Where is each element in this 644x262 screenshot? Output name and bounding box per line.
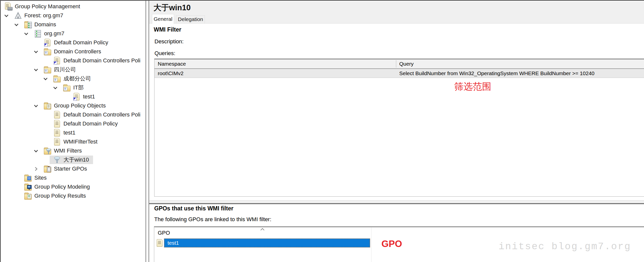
tree-item-label: Group Policy Results bbox=[34, 191, 86, 200]
annotation-gpo: GPO bbox=[381, 239, 402, 249]
results-folder-icon bbox=[24, 192, 32, 200]
tree-item-label: Group Policy Objects bbox=[54, 101, 106, 110]
gpo-link-icon bbox=[43, 38, 52, 47]
chevron-down-icon[interactable] bbox=[34, 68, 38, 71]
tree-item-sites[interactable]: Sites bbox=[1, 173, 145, 182]
tree-item-default-domain-policy[interactable]: Default Domain Policy bbox=[1, 38, 145, 47]
tree-item-label: Starter GPOs bbox=[54, 164, 87, 173]
tree-item-domain-controllers[interactable]: Domain Controllers bbox=[1, 47, 145, 56]
tree-item-label: WMI Filters bbox=[54, 146, 82, 155]
tree-item-label: Default Domain Controllers Poli bbox=[63, 56, 140, 65]
tree-item-group-policy-objects[interactable]: Group Policy Objects bbox=[1, 101, 145, 110]
queries-column-header-query[interactable]: Query bbox=[396, 59, 414, 68]
modeling-icon bbox=[24, 183, 32, 191]
tree-item-label: 大于win10 bbox=[63, 155, 89, 164]
watermark: initsec blog.gm7.org bbox=[499, 241, 631, 252]
gpo-link-icon bbox=[53, 56, 61, 65]
tree-item-label: org.gm7 bbox=[44, 29, 64, 38]
tree-item-item[interactable]: 四川公司 bbox=[1, 65, 145, 74]
tree-item-group-policy-modeling[interactable]: Group Policy Modeling bbox=[1, 182, 145, 191]
tree-item-default-domain-controllers-poli[interactable]: Default Domain Controllers Poli bbox=[1, 56, 145, 65]
tree-item-item[interactable]: 成都分公司 bbox=[1, 74, 145, 83]
tree-item-test1[interactable]: test1 bbox=[1, 92, 145, 101]
gpo-icon bbox=[155, 239, 164, 247]
tree-item-label: test1 bbox=[63, 128, 75, 137]
domain-icon bbox=[34, 29, 42, 38]
chevron-down-icon[interactable] bbox=[53, 86, 57, 89]
tree-item-wmi-filters[interactable]: WMI Filters bbox=[1, 146, 145, 155]
tree-item-label: Domains bbox=[34, 20, 56, 29]
ou-folder-icon bbox=[43, 65, 52, 74]
queries-label: Queries: bbox=[154, 50, 175, 57]
tab-delegation[interactable]: Delegation bbox=[176, 15, 205, 23]
gpo-icon bbox=[53, 119, 61, 128]
tab-general[interactable]: General bbox=[152, 14, 174, 24]
queries-column-divider[interactable] bbox=[396, 60, 396, 68]
tab-strip-underline bbox=[149, 23, 644, 24]
console-tree-pane: Group Policy ManagementForest: org.gm7Do… bbox=[1, 1, 145, 262]
tree-item-default-domain-controllers-poli[interactable]: Default Domain Controllers Poli bbox=[1, 110, 145, 119]
tree-item-label: Forest: org.gm7 bbox=[24, 11, 63, 20]
tree-item-forest-org-gm7[interactable]: Forest: org.gm7 bbox=[1, 11, 145, 20]
gpo-icon bbox=[53, 138, 61, 146]
queries-listbox: NamespaceQuery root\CIMv2Select BuildNum… bbox=[154, 59, 644, 197]
tree-item-label: Sites bbox=[34, 173, 47, 182]
annotation-filter-scope: 筛选范围 bbox=[454, 80, 491, 93]
ou-folder-icon bbox=[53, 74, 61, 83]
pane-splitter[interactable] bbox=[145, 1, 146, 262]
gpo-row-label: test1 bbox=[168, 238, 179, 247]
chevron-down-icon[interactable] bbox=[24, 32, 28, 35]
tree-item-wmifiltertest[interactable]: WMIFIlterTest bbox=[1, 137, 145, 146]
gpo-column-header[interactable]: GPO bbox=[158, 230, 170, 236]
tree-item-label: Domain Controllers bbox=[54, 47, 101, 56]
chevron-down-icon[interactable] bbox=[15, 23, 18, 26]
wmi-filter-icon bbox=[53, 156, 61, 164]
domains-folder-icon bbox=[24, 20, 32, 29]
tree-item-label: IT部 bbox=[73, 83, 84, 92]
tree-item-label: Group Policy Management bbox=[15, 2, 80, 11]
detail-header-band bbox=[149, 2, 644, 24]
tree-item-win10[interactable]: 大于win10 bbox=[1, 155, 145, 164]
tree-item-label: test1 bbox=[83, 92, 95, 101]
selected-row-highlight bbox=[164, 238, 370, 247]
chevron-down-icon[interactable] bbox=[44, 77, 47, 80]
gpo-folder-icon bbox=[43, 101, 52, 110]
tree-item-label: 成都分公司 bbox=[63, 74, 91, 83]
tree-item-group-policy-results[interactable]: Group Policy Results bbox=[1, 191, 145, 200]
chevron-down-icon[interactable] bbox=[34, 104, 38, 107]
tree-item-default-domain-policy[interactable]: Default Domain Policy bbox=[1, 119, 145, 128]
tree-item-test1[interactable]: test1 bbox=[1, 128, 145, 137]
gpos-heading: GPOs that use this WMI filter bbox=[154, 205, 233, 212]
page-title: 大于win10 bbox=[153, 3, 191, 13]
tree-item-label: Default Domain Policy bbox=[63, 119, 118, 128]
gpmc-root-icon bbox=[4, 2, 13, 11]
chevron-down-icon[interactable] bbox=[34, 50, 38, 53]
tree-item-label: Group Policy Modeling bbox=[34, 182, 90, 191]
queries-table-header: NamespaceQuery bbox=[154, 59, 644, 69]
ou-folder-icon bbox=[63, 83, 71, 92]
queries-table-row[interactable]: root\CIMv2Select BuildNumber from Win32_… bbox=[154, 69, 644, 78]
horizontal-splitter[interactable] bbox=[149, 200, 644, 204]
tree-item-label: Default Domain Controllers Poli bbox=[63, 110, 140, 119]
gpos-caption: The following GPOs are linked to this WM… bbox=[154, 216, 271, 223]
gpo-icon bbox=[53, 110, 61, 119]
tree-item-label: Default Domain Policy bbox=[54, 38, 108, 47]
tree-item-group-policy-management[interactable]: Group Policy Management bbox=[1, 2, 145, 11]
forest-icon bbox=[14, 11, 22, 20]
tree-item-it[interactable]: IT部 bbox=[1, 83, 145, 92]
sort-ascending-icon[interactable] bbox=[261, 228, 265, 231]
query-cell-query: Select BuildNumber from Win32_OperatingS… bbox=[396, 69, 595, 78]
queries-column-header-namespace[interactable]: Namespace bbox=[154, 59, 186, 68]
tree-item-domains[interactable]: Domains bbox=[1, 20, 145, 29]
tree-item-label: WMIFIlterTest bbox=[63, 137, 98, 146]
description-label: Description: bbox=[154, 38, 184, 45]
query-cell-namespace: root\CIMv2 bbox=[154, 69, 184, 78]
chevron-right-icon[interactable] bbox=[34, 167, 38, 171]
chevron-down-icon[interactable] bbox=[34, 149, 38, 153]
chevron-down-icon[interactable] bbox=[5, 14, 8, 17]
tree-item-starter-gpos[interactable]: Starter GPOs bbox=[1, 164, 145, 173]
wmi-filter-heading: WMI Filter bbox=[154, 26, 181, 33]
gpo-row-test1[interactable]: test1 bbox=[154, 238, 380, 248]
starter-folder-icon bbox=[43, 165, 52, 173]
tree-item-org-gm7[interactable]: org.gm7 bbox=[1, 29, 145, 38]
